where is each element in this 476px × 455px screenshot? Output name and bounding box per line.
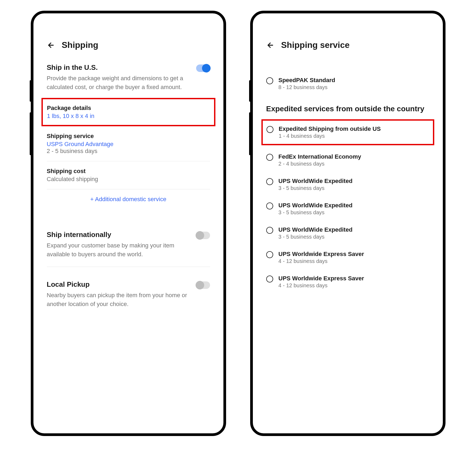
radio-eta: 3 - 5 business days — [279, 185, 429, 191]
cost-value: Calculated shipping — [47, 176, 210, 183]
ship-intl-section: Ship internationally Expand your custome… — [47, 231, 210, 259]
content-right: SpeedPAK Standard 8 - 12 business days E… — [261, 58, 435, 299]
package-details-row[interactable]: Package details 1 lbs, 10 x 8 x 4 in — [47, 105, 210, 120]
radio-list: Expedited Shipping from outside US1 - 4 … — [266, 119, 429, 294]
radio-title: Expedited Shipping from outside US — [279, 125, 429, 132]
page-title: Shipping — [62, 40, 98, 50]
radio-circle-icon — [266, 202, 273, 209]
radio-option-speedpak[interactable]: SpeedPAK Standard 8 - 12 business days — [266, 71, 429, 96]
radio-title: FedEx International Economy — [279, 153, 429, 160]
package-label: Package details — [47, 105, 210, 112]
radio-circle-icon — [266, 227, 273, 234]
back-arrow-icon[interactable] — [266, 41, 275, 49]
radio-title: UPS Worldwide Express Saver — [279, 275, 429, 282]
pickup-desc: Nearby buyers can pickup the item from y… — [47, 291, 191, 308]
radio-eta: 4 - 12 business days — [279, 258, 429, 264]
pickup-title: Local Pickup — [47, 280, 191, 289]
radio-option[interactable]: UPS Worldwide Express Saver4 - 12 busine… — [266, 245, 429, 270]
ship-intl-toggle[interactable] — [196, 232, 210, 239]
header-right: Shipping service — [261, 29, 435, 58]
phone-right: Shipping service SpeedPAK Standard 8 - 1… — [250, 11, 445, 436]
radio-highlight: Expedited Shipping from outside US1 - 4 … — [261, 119, 434, 145]
shipping-service-row[interactable]: Shipping service USPS Ground Advantage 2… — [47, 126, 210, 161]
radio-eta: 3 - 5 business days — [279, 209, 429, 216]
ship-us-title: Ship in the U.S. — [47, 63, 191, 72]
shipping-cost-row[interactable]: Shipping cost Calculated shipping — [47, 161, 210, 189]
ship-us-section: Ship in the U.S. Provide the package wei… — [47, 63, 210, 209]
add-domestic-link[interactable]: + Additional domestic service — [47, 189, 210, 209]
cost-label: Shipping cost — [47, 168, 210, 175]
radio-option[interactable]: UPS WorldWide Expedited3 - 5 business da… — [266, 221, 429, 245]
radio-circle-icon — [266, 178, 273, 185]
radio-eta: 8 - 12 business days — [279, 84, 429, 90]
radio-title: SpeedPAK Standard — [279, 77, 429, 84]
pickup-toggle[interactable] — [196, 281, 210, 289]
phone-left: Shipping Ship in the U.S. Provide the pa… — [31, 11, 226, 436]
package-value: 1 lbs, 10 x 8 x 4 in — [47, 113, 210, 120]
service-label: Shipping service — [47, 133, 210, 140]
page-title: Shipping service — [281, 40, 350, 50]
radio-circle-icon — [266, 154, 273, 161]
header-left: Shipping — [41, 29, 215, 58]
radio-option[interactable]: FedEx International Economy2 - 4 busines… — [266, 148, 429, 172]
radio-eta: 4 - 12 business days — [279, 282, 429, 289]
local-pickup-section: Local Pickup Nearby buyers can pickup th… — [47, 280, 210, 308]
radio-title: UPS WorldWide Expedited — [279, 226, 429, 233]
radio-circle-icon — [266, 77, 273, 84]
group-header: Expedited services from outside the coun… — [266, 104, 429, 114]
radio-option[interactable]: UPS WorldWide Expedited3 - 5 business da… — [266, 197, 429, 221]
radio-title: UPS Worldwide Express Saver — [279, 251, 429, 258]
radio-circle-icon — [266, 126, 273, 133]
ship-intl-desc: Expand your customer base by making your… — [47, 241, 191, 259]
radio-option[interactable]: UPS Worldwide Express Saver4 - 12 busine… — [266, 270, 429, 294]
back-arrow-icon[interactable] — [47, 41, 55, 49]
radio-circle-icon — [266, 251, 273, 258]
ship-intl-title: Ship internationally — [47, 231, 191, 239]
service-name: USPS Ground Advantage — [47, 141, 210, 148]
radio-title: UPS WorldWide Expedited — [279, 202, 429, 209]
radio-eta: 2 - 4 business days — [279, 161, 429, 167]
radio-option[interactable]: Expedited Shipping from outside US1 - 4 … — [266, 123, 429, 141]
content-left: Ship in the U.S. Provide the package wei… — [41, 58, 215, 322]
radio-title: UPS WorldWide Expedited — [279, 178, 429, 185]
ship-us-toggle[interactable] — [196, 64, 210, 72]
radio-option[interactable]: UPS WorldWide Expedited3 - 5 business da… — [266, 172, 429, 197]
package-details-highlight: Package details 1 lbs, 10 x 8 x 4 in — [41, 98, 215, 126]
service-eta: 2 - 5 business days — [47, 148, 210, 155]
radio-eta: 1 - 4 business days — [279, 133, 429, 139]
radio-eta: 3 - 5 business days — [279, 234, 429, 240]
radio-circle-icon — [266, 276, 273, 282]
ship-us-desc: Provide the package weight and dimension… — [47, 74, 191, 91]
